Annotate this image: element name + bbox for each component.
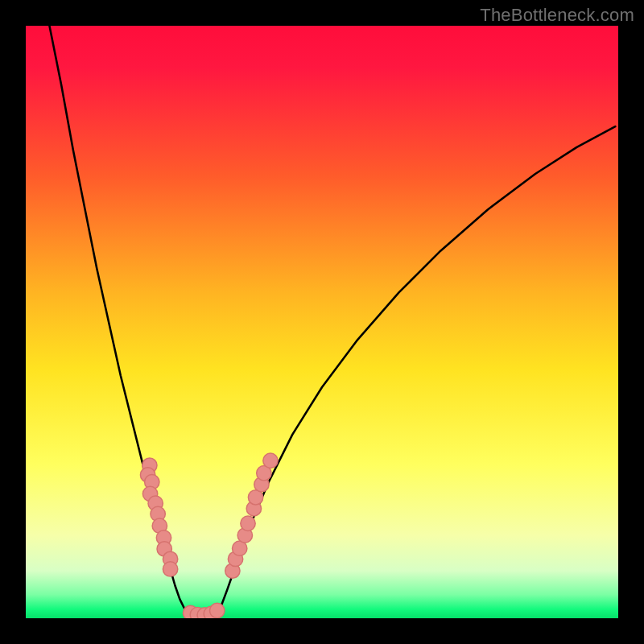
data-dots <box>140 453 278 618</box>
watermark-text: TheBottleneck.com <box>480 5 634 26</box>
outer-frame: TheBottleneck.com <box>0 0 644 644</box>
data-dot <box>263 453 278 468</box>
data-dot <box>163 562 177 576</box>
chart-svg <box>26 26 618 618</box>
bottleneck-curve <box>49 26 615 618</box>
plot-area <box>26 26 618 618</box>
data-dot <box>241 516 255 530</box>
data-dot <box>210 603 225 617</box>
